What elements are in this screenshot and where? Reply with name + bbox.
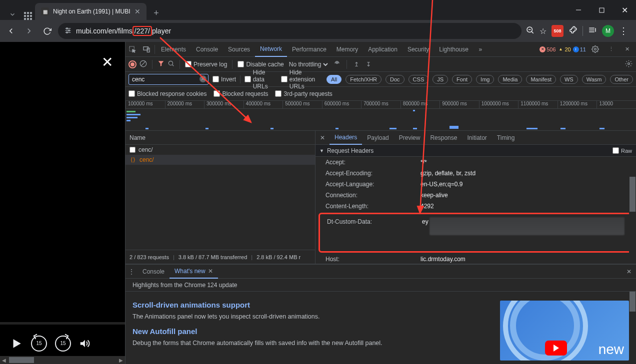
network-timeline[interactable]: 100000 ms 200000 ms 300000 ms 400000 ms … xyxy=(126,101,636,131)
search-icon[interactable] xyxy=(168,60,174,68)
forward-button[interactable] xyxy=(22,24,36,38)
inspect-element-icon[interactable] xyxy=(126,42,140,56)
tab-network[interactable]: Network xyxy=(255,42,287,57)
chip-wasm[interactable]: Wasm xyxy=(582,75,606,84)
header-row: Accept-Language:en-US,en;q=0.9 xyxy=(316,179,636,190)
more-tabs-icon[interactable]: » xyxy=(474,42,488,56)
drawer-scrollbar[interactable] xyxy=(629,292,636,364)
dtab-timing[interactable]: Timing xyxy=(492,131,520,145)
clear-button[interactable] xyxy=(140,60,147,69)
close-devtools-icon[interactable]: ✕ xyxy=(620,42,634,56)
close-detail-icon[interactable]: ✕ xyxy=(316,134,330,141)
chip-manifest[interactable]: Manifest xyxy=(526,75,556,84)
play-button[interactable] xyxy=(10,337,23,350)
throttling-select[interactable]: No throttling xyxy=(287,60,330,68)
close-drawer-icon[interactable]: ✕ xyxy=(622,268,636,275)
request-headers-section[interactable]: ▼Request Headers Raw xyxy=(316,145,636,157)
warning-count[interactable]: ▲20 xyxy=(558,46,571,52)
chrome-menu-icon[interactable]: ⋮ xyxy=(619,25,628,36)
tab-close-icon[interactable]: ✕ xyxy=(134,7,140,15)
tab-sources[interactable]: Sources xyxy=(223,42,255,57)
drawer-menu-icon[interactable]: ⋮ xyxy=(126,268,138,275)
whatsnew-h1[interactable]: Scroll-driven animations support xyxy=(132,301,488,309)
whatsnew-h2[interactable]: New Autofill panel xyxy=(132,327,488,336)
close-whatsnew-icon[interactable]: ✕ xyxy=(206,268,213,275)
record-button[interactable] xyxy=(128,60,136,68)
extension-badge[interactable]: 508 xyxy=(552,25,564,37)
tab-elements[interactable]: Elements xyxy=(156,42,191,57)
dtab-payload[interactable]: Payload xyxy=(362,131,394,145)
extensions-icon[interactable] xyxy=(568,25,578,36)
new-tab-button[interactable]: + xyxy=(150,6,164,20)
network-conditions-icon[interactable] xyxy=(332,60,342,68)
video-progress[interactable] xyxy=(0,323,125,325)
rewind-15-button[interactable]: 15 xyxy=(31,336,47,352)
close-window-button[interactable]: ✕ xyxy=(613,0,636,20)
raw-checkbox[interactable] xyxy=(612,147,619,154)
network-settings-icon[interactable] xyxy=(624,60,633,69)
maximize-button[interactable] xyxy=(590,0,613,20)
drawer-tab-whatsnew[interactable]: What's new ✕ xyxy=(170,265,218,279)
volume-button[interactable] xyxy=(79,338,90,349)
chip-font[interactable]: Font xyxy=(452,75,472,84)
invert-checkbox[interactable]: Invert xyxy=(212,76,236,83)
chip-img[interactable]: Img xyxy=(476,75,494,84)
tab-console[interactable]: Console xyxy=(191,42,223,57)
whatsnew-video-thumb[interactable]: new xyxy=(500,301,629,361)
close-player-icon[interactable]: ✕ xyxy=(102,54,113,70)
svg-line-9 xyxy=(532,31,534,33)
tab-security[interactable]: Security xyxy=(402,42,434,57)
bookmark-icon[interactable]: ☆ xyxy=(540,26,546,36)
horizontal-scrollbar[interactable]: ◀▶ xyxy=(0,356,125,364)
site-settings-icon[interactable] xyxy=(64,26,72,36)
chip-doc[interactable]: Doc xyxy=(386,75,404,84)
preserve-log-checkbox[interactable]: Preserve log xyxy=(185,61,227,68)
chip-js[interactable]: JS xyxy=(432,75,448,84)
blocked-cookies-checkbox[interactable]: Blocked response cookies xyxy=(128,90,206,97)
tab-performance[interactable]: Performance xyxy=(287,42,332,57)
profile-avatar[interactable]: M xyxy=(602,25,614,37)
issue-count[interactable]: i11 xyxy=(573,46,586,52)
forward-15-button[interactable]: 15 xyxy=(55,336,71,352)
device-toolbar-icon[interactable] xyxy=(140,42,154,56)
dtab-initiator[interactable]: Initiator xyxy=(462,131,492,145)
drawer-tab-console[interactable]: Console xyxy=(138,265,170,279)
header-row: Accept:*/* xyxy=(316,157,636,168)
tab-lighthouse[interactable]: Lighthouse xyxy=(434,42,474,57)
import-har-icon[interactable]: ↥ xyxy=(352,61,361,68)
back-button[interactable] xyxy=(4,24,18,38)
filter-input[interactable] xyxy=(128,74,208,85)
chip-fetch-xhr[interactable]: Fetch/XHR xyxy=(346,75,382,84)
dtab-response[interactable]: Response xyxy=(425,131,462,145)
chip-ws[interactable]: WS xyxy=(560,75,578,84)
detail-scrollbar[interactable] xyxy=(629,157,636,264)
browser-tab[interactable]: ▦ Night on Earth (1991) | MUBI ✕ xyxy=(35,3,146,20)
request-row[interactable]: ⟨⟩cenc/ xyxy=(126,155,315,165)
chip-css[interactable]: CSS xyxy=(408,75,429,84)
minimize-button[interactable] xyxy=(567,0,590,20)
request-row[interactable]: cenc/ xyxy=(126,145,315,155)
side-panel-icon[interactable] xyxy=(588,25,597,36)
tab-application[interactable]: Application xyxy=(363,42,402,57)
dtab-preview[interactable]: Preview xyxy=(394,131,426,145)
third-party-checkbox[interactable]: 3rd-party requests xyxy=(275,90,332,97)
export-har-icon[interactable]: ↧ xyxy=(364,61,373,68)
zoom-icon[interactable] xyxy=(526,25,534,36)
chip-other[interactable]: Other xyxy=(610,75,633,84)
tabs-dropdown-icon[interactable] xyxy=(7,9,18,20)
filter-icon[interactable] xyxy=(158,60,164,68)
dtab-headers[interactable]: Headers xyxy=(330,131,362,145)
error-count[interactable]: ✕506 xyxy=(540,46,556,52)
devtools-menu-icon[interactable]: ⋮ xyxy=(604,42,618,56)
reload-button[interactable] xyxy=(40,24,54,38)
apps-icon[interactable] xyxy=(24,12,32,20)
name-column-header[interactable]: Name xyxy=(126,131,315,145)
chip-media[interactable]: Media xyxy=(498,75,522,84)
chip-all[interactable]: All xyxy=(326,75,342,84)
tab-memory[interactable]: Memory xyxy=(332,42,363,57)
omnibox[interactable]: mubi.com/en/films/227/player xyxy=(58,23,522,39)
disable-cache-checkbox[interactable]: Disable cache xyxy=(238,61,284,68)
clear-filter-icon[interactable]: ✕ xyxy=(200,75,206,82)
blocked-requests-checkbox[interactable]: Blocked requests xyxy=(214,90,268,97)
settings-icon[interactable] xyxy=(588,42,602,56)
